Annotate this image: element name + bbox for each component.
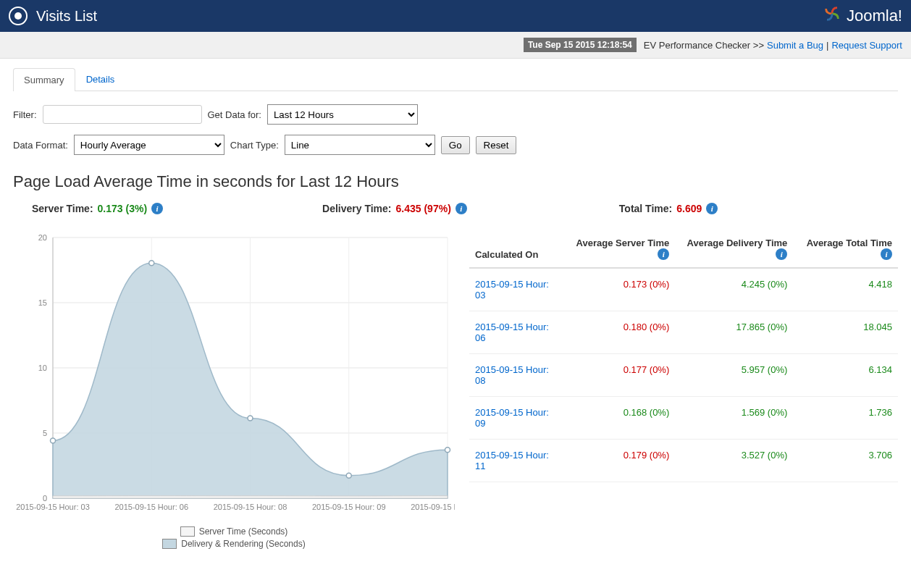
data-table: Calculated On Average Server Time i Aver… xyxy=(469,230,898,482)
cell-total: 3.706 xyxy=(793,440,898,482)
svg-point-24 xyxy=(248,416,253,421)
legend-delivery: Delivery & Rendering (Seconds) xyxy=(162,539,305,549)
tab-details[interactable]: Details xyxy=(75,67,126,91)
sub-header: Tue Sep 15 2015 12:18:54 EV Performance … xyxy=(0,32,911,59)
cell-server: 0.179 (0%) xyxy=(563,440,675,482)
tab-bar: Summary Details xyxy=(13,67,898,91)
request-support-link[interactable]: Request Support xyxy=(831,40,902,51)
info-icon[interactable]: i xyxy=(151,203,163,214)
th-avg-delivery: Average Delivery Time i xyxy=(675,230,793,268)
cell-calculated-on[interactable]: 2015-09-15 Hour: 08 xyxy=(469,354,563,397)
page-title: Visits List xyxy=(36,8,97,25)
cell-total: 1.736 xyxy=(793,397,898,440)
table-row: 2015-09-15 Hour: 080.177 (0%)5.957 (0%)6… xyxy=(469,354,898,397)
legend-server: Server Time (Seconds) xyxy=(180,526,288,537)
cell-delivery: 3.527 (0%) xyxy=(675,440,793,482)
th-calculated-on: Calculated On xyxy=(469,230,563,268)
cell-calculated-on[interactable]: 2015-09-15 Hour: 11 xyxy=(469,440,563,482)
metric-total: Total Time: 6.609 i xyxy=(619,203,718,214)
main-content: Summary Details Filter: Get Data for: La… xyxy=(0,59,911,560)
cell-delivery: 1.569 (0%) xyxy=(675,397,793,440)
table-row: 2015-09-15 Hour: 030.173 (0%)4.245 (0%)4… xyxy=(469,268,898,311)
svg-point-26 xyxy=(445,448,450,453)
get-data-select[interactable]: Last 12 Hours xyxy=(267,104,418,125)
svg-text:20: 20 xyxy=(38,233,47,242)
filter-input[interactable] xyxy=(43,105,202,124)
svg-point-25 xyxy=(346,473,351,478)
cell-calculated-on[interactable]: 2015-09-15 Hour: 06 xyxy=(469,311,563,354)
brand-text: Joomla! xyxy=(847,7,902,25)
reset-button[interactable]: Reset xyxy=(476,136,517,154)
svg-text:2015-09-15 Hour: 09: 2015-09-15 Hour: 09 xyxy=(312,503,386,511)
svg-text:2015-09-15 Hour: 06: 2015-09-15 Hour: 06 xyxy=(114,503,188,511)
cell-delivery: 17.865 (0%) xyxy=(675,311,793,354)
legend-swatch-icon xyxy=(162,539,177,549)
joomla-logo: Joomla! xyxy=(822,4,902,28)
cell-calculated-on[interactable]: 2015-09-15 Hour: 09 xyxy=(469,397,563,440)
cell-total: 18.045 xyxy=(793,311,898,354)
tab-summary[interactable]: Summary xyxy=(13,68,75,91)
info-icon[interactable]: i xyxy=(456,203,467,214)
cell-server: 0.177 (0%) xyxy=(563,354,675,397)
line-chart: 051015202015-09-15 Hour: 032015-09-15 Ho… xyxy=(13,230,455,520)
chart-container: 051015202015-09-15 Hour: 032015-09-15 Ho… xyxy=(13,230,455,551)
cell-calculated-on[interactable]: 2015-09-15 Hour: 03 xyxy=(469,268,563,311)
controls-row-2: Data Format: Hourly Average Chart Type: … xyxy=(13,135,898,155)
timestamp: Tue Sep 15 2015 12:18:54 xyxy=(524,38,637,52)
info-icon[interactable]: i xyxy=(776,248,787,260)
svg-point-22 xyxy=(51,438,56,443)
chart-heading: Page Load Average Time in seconds for La… xyxy=(13,172,898,191)
cell-delivery: 4.245 (0%) xyxy=(675,268,793,311)
cell-server: 0.180 (0%) xyxy=(563,311,675,354)
metrics-row: Server Time: 0.173 (3%) i Delivery Time:… xyxy=(32,203,898,214)
svg-text:2015-09-15 Hour: 08: 2015-09-15 Hour: 08 xyxy=(214,503,287,511)
svg-point-23 xyxy=(149,261,154,266)
table-row: 2015-09-15 Hour: 060.180 (0%)17.865 (0%)… xyxy=(469,311,898,354)
th-avg-total: Average Total Time i xyxy=(793,230,898,268)
app-label: EV Performance Checker >> xyxy=(644,40,764,51)
data-format-label: Data Format: xyxy=(13,140,68,151)
get-data-label: Get Data for: xyxy=(208,109,261,120)
app-header: Visits List Joomla! xyxy=(0,0,911,32)
submit-bug-link[interactable]: Submit a Bug xyxy=(767,40,823,51)
chart-type-label: Chart Type: xyxy=(230,140,279,151)
svg-text:15: 15 xyxy=(38,298,47,307)
table-row: 2015-09-15 Hour: 110.179 (0%)3.527 (0%)3… xyxy=(469,440,898,482)
cell-total: 4.418 xyxy=(793,268,898,311)
svg-text:5: 5 xyxy=(43,429,47,437)
th-avg-server: Average Server Time i xyxy=(563,230,675,268)
joomla-icon xyxy=(822,4,842,28)
target-icon xyxy=(9,7,28,25)
svg-text:0: 0 xyxy=(43,494,47,503)
info-icon[interactable]: i xyxy=(658,248,669,260)
svg-text:2015-09-15 Hour: 03: 2015-09-15 Hour: 03 xyxy=(16,503,90,511)
table-row: 2015-09-15 Hour: 090.168 (0%)1.569 (0%)1… xyxy=(469,397,898,440)
data-format-select[interactable]: Hourly Average xyxy=(74,135,224,155)
main-row: 051015202015-09-15 Hour: 032015-09-15 Ho… xyxy=(13,230,898,551)
metric-server: Server Time: 0.173 (3%) i xyxy=(32,203,163,214)
legend-swatch-icon xyxy=(180,526,195,537)
chart-legend: Server Time (Seconds) Delivery & Renderi… xyxy=(13,526,455,551)
go-button[interactable]: Go xyxy=(441,136,470,154)
cell-server: 0.168 (0%) xyxy=(563,397,675,440)
info-icon[interactable]: i xyxy=(881,248,892,260)
metric-delivery: Delivery Time: 6.435 (97%) i xyxy=(322,203,467,214)
svg-text:10: 10 xyxy=(38,364,47,372)
data-table-wrap: Calculated On Average Server Time i Aver… xyxy=(469,230,898,482)
filter-label: Filter: xyxy=(13,109,37,120)
cell-server: 0.173 (0%) xyxy=(563,268,675,311)
svg-text:2015-09-15 Hour: 11: 2015-09-15 Hour: 11 xyxy=(411,503,455,511)
info-icon[interactable]: i xyxy=(706,203,718,214)
controls-row-1: Filter: Get Data for: Last 12 Hours xyxy=(13,104,898,125)
cell-total: 6.134 xyxy=(793,354,898,397)
cell-delivery: 5.957 (0%) xyxy=(675,354,793,397)
chart-type-select[interactable]: Line xyxy=(285,135,435,155)
